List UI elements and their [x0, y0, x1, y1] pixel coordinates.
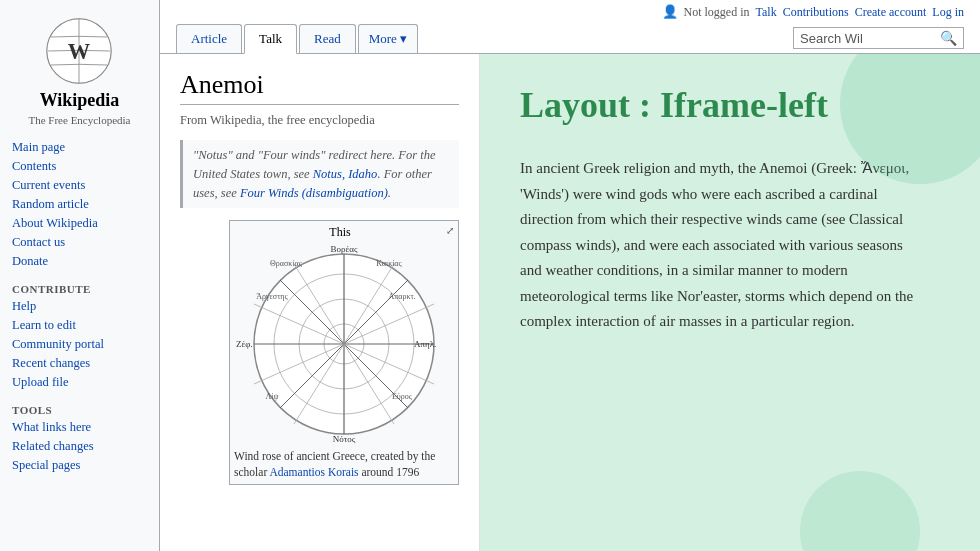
search-input[interactable]	[800, 31, 940, 46]
figure-caption: Wind rose of ancient Greece, created by …	[234, 448, 454, 480]
wind-rose-diagram: Βορέας Νότος Ζέφ. Απηλ. Καικίας Απαρκτ. …	[234, 244, 454, 444]
page-tabs: Article Talk Read More ▾	[176, 24, 420, 53]
sidebar-item-main-page[interactable]: Main page	[8, 138, 151, 157]
content-area: Anemoi From Wikipedia, the free encyclop…	[160, 54, 980, 551]
hatnote-text: "Notus" and "Four winds" redirect here. …	[193, 148, 436, 200]
sidebar: W Wikipedia The Free Encyclopedia Main p…	[0, 0, 160, 551]
right-panel: Layout : Iframe-left In ancient Greek re…	[480, 54, 980, 551]
figure-box: ⤢ This	[229, 220, 459, 485]
article: Anemoi From Wikipedia, the free encyclop…	[160, 54, 480, 551]
article-title: Anemoi	[180, 70, 459, 105]
figure-caption-link[interactable]: Adamantios Korais	[269, 466, 358, 478]
deco-circle-bottom	[800, 471, 920, 551]
sidebar-navigation: Main page Contents Current events Random…	[0, 138, 159, 483]
logo-area: W Wikipedia The Free Encyclopedia	[18, 8, 140, 138]
svg-text:Απαρκτ.: Απαρκτ.	[388, 292, 415, 301]
svg-text:Καικίας: Καικίας	[376, 259, 402, 268]
sidebar-section-tools: Tools What links here Related changes Sp…	[8, 400, 151, 475]
site-subtitle: The Free Encyclopedia	[28, 114, 130, 126]
site-title: Wikipedia	[40, 90, 120, 112]
figure-caption-title: This	[234, 225, 454, 240]
tools-section-title: Tools	[8, 400, 151, 418]
sidebar-item-upload-file[interactable]: Upload file	[8, 373, 151, 392]
tab-more[interactable]: More ▾	[358, 24, 418, 53]
svg-text:Άργεστης: Άργεστης	[256, 292, 288, 301]
user-icon: 👤	[662, 4, 678, 20]
expand-icon[interactable]: ⤢	[446, 225, 454, 236]
sidebar-item-special-pages[interactable]: Special pages	[8, 456, 151, 475]
svg-text:Λίψ: Λίψ	[266, 392, 279, 401]
talk-link[interactable]: Talk	[756, 5, 777, 20]
sidebar-item-current-events[interactable]: Current events	[8, 176, 151, 195]
hatnote-link-notus[interactable]: Notus, Idaho	[313, 167, 378, 181]
sidebar-item-contact[interactable]: Contact us	[8, 233, 151, 252]
tab-read[interactable]: Read	[299, 24, 356, 53]
not-logged-in-text: Not logged in	[684, 5, 750, 20]
log-in-link[interactable]: Log in	[932, 5, 964, 20]
sidebar-item-recent-changes[interactable]: Recent changes	[8, 354, 151, 373]
topbar: 👤 Not logged in Talk Contributions Creat…	[160, 0, 980, 54]
search-button[interactable]: 🔍	[940, 30, 957, 46]
svg-text:Απηλ.: Απηλ.	[414, 339, 436, 349]
tab-talk[interactable]: Talk	[244, 24, 297, 54]
sidebar-item-learn-to-edit[interactable]: Learn to edit	[8, 316, 151, 335]
sidebar-item-related-changes[interactable]: Related changes	[8, 437, 151, 456]
contribute-section-title: Contribute	[8, 279, 151, 297]
svg-text:Θρασκίας: Θρασκίας	[270, 259, 303, 268]
article-hatnote: "Notus" and "Four winds" redirect here. …	[180, 140, 459, 208]
sidebar-item-random-article[interactable]: Random article	[8, 195, 151, 214]
svg-text:Βορέας: Βορέας	[330, 244, 357, 254]
layout-body: In ancient Greek religion and myth, the …	[520, 156, 920, 335]
svg-text:Νότος: Νότος	[333, 434, 356, 444]
contributions-link[interactable]: Contributions	[783, 5, 849, 20]
wikipedia-logo: W	[44, 16, 114, 86]
sidebar-item-about[interactable]: About Wikipedia	[8, 214, 151, 233]
tabs-and-search: Article Talk Read More ▾ 🔍	[176, 24, 964, 53]
sidebar-item-contents[interactable]: Contents	[8, 157, 151, 176]
svg-text:✦: ✦	[341, 340, 347, 348]
search-box: 🔍	[793, 27, 964, 49]
user-links: 👤 Not logged in Talk Contributions Creat…	[176, 4, 964, 24]
main-content: 👤 Not logged in Talk Contributions Creat…	[160, 0, 980, 551]
tab-article[interactable]: Article	[176, 24, 242, 53]
create-account-link[interactable]: Create account	[855, 5, 927, 20]
sidebar-item-community-portal[interactable]: Community portal	[8, 335, 151, 354]
sidebar-item-help[interactable]: Help	[8, 297, 151, 316]
article-tagline: From Wikipedia, the free encyclopedia	[180, 113, 459, 128]
sidebar-item-donate[interactable]: Donate	[8, 252, 151, 271]
sidebar-section-contribute: Contribute Help Learn to edit Community …	[8, 279, 151, 392]
svg-text:Εύρος: Εύρος	[392, 392, 413, 401]
svg-text:W: W	[68, 39, 91, 64]
svg-text:Ζέφ.: Ζέφ.	[236, 339, 253, 349]
hatnote-link-four-winds[interactable]: Four Winds (disambiguation)	[240, 186, 388, 200]
sidebar-section-main: Main page Contents Current events Random…	[8, 138, 151, 271]
sidebar-item-what-links-here[interactable]: What links here	[8, 418, 151, 437]
